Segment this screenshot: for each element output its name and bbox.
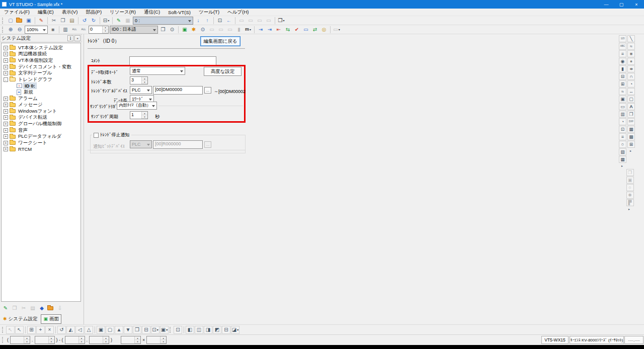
tree-item-device-comment-variable[interactable]: +デバイスコメント・変数 xyxy=(2,64,80,70)
edit-trend-button[interactable]: ✎ xyxy=(2,304,10,312)
menu-communication[interactable]: 通信(C) xyxy=(140,9,164,16)
spin-buttons[interactable]: ▲▼ xyxy=(102,26,108,33)
spin-buttons[interactable]: ▲▼ xyxy=(78,336,85,343)
sample-device-type-combo[interactable]: PLC xyxy=(130,86,152,94)
screen-select-combo[interactable]: 0 : xyxy=(133,17,193,25)
dimension-button[interactable]: ↔ xyxy=(627,88,635,95)
polygon-button[interactable]: ● xyxy=(627,58,635,65)
expander-icon[interactable]: + xyxy=(4,46,8,50)
tree-item-device-transfer[interactable]: +デバイス転送 xyxy=(2,115,80,121)
tree-item-trend-graph[interactable]: -トレンドグラフ xyxy=(2,76,80,83)
advanced-settings-button[interactable]: 高度な設定 xyxy=(204,67,242,76)
tab-screen[interactable]: ▣画面 xyxy=(41,314,61,324)
select-object-button[interactable]: ⊡ xyxy=(216,17,224,25)
open-item-button[interactable] xyxy=(47,304,55,312)
expander-icon[interactable]: + xyxy=(4,128,8,133)
expander-icon[interactable]: + xyxy=(4,58,8,63)
align-center-button[interactable]: ◫ xyxy=(195,326,203,334)
anchor-button[interactable]: + xyxy=(36,326,45,334)
backlight-button[interactable]: ○ xyxy=(626,184,634,191)
x2-spinner[interactable]: ▲▼ xyxy=(65,336,85,344)
transfer-to-vt-button[interactable]: ⇥ xyxy=(257,26,265,34)
back-jump-button[interactable]: ← xyxy=(225,17,233,25)
transfer-all-button[interactable]: ⇥ xyxy=(266,26,274,34)
spin-buttons[interactable]: ▲▼ xyxy=(103,336,109,343)
memory-button[interactable]: m xyxy=(244,26,252,34)
grid-display-button[interactable]: ⊞ xyxy=(27,326,36,334)
text-display-button[interactable]: ABC xyxy=(619,43,626,50)
sampling-period-spinner[interactable]: 1 ▲▼ xyxy=(130,111,148,119)
meter-button[interactable]: ◔ xyxy=(619,118,626,125)
snap-all-h-button[interactable]: ALL xyxy=(70,26,78,34)
editor-screen-button[interactable]: ▣ xyxy=(181,26,189,34)
spin-buttons[interactable]: ▲▼ xyxy=(141,112,147,119)
menu-tool[interactable]: ツール(T) xyxy=(195,9,223,16)
sync-button[interactable]: ⇄ xyxy=(311,26,319,34)
bargraph-button[interactable]: ▥ xyxy=(619,111,626,118)
tree-item-peripheral-connection[interactable]: +周辺機器接続 xyxy=(2,51,80,58)
minimize-button[interactable]: — xyxy=(599,0,614,9)
stop-notify-checkbox[interactable] xyxy=(94,133,99,138)
save-project-button[interactable]: ▣ xyxy=(25,17,33,25)
paste-item-button[interactable]: ▤ xyxy=(29,304,37,312)
expander-icon[interactable]: + xyxy=(4,134,8,139)
expander-icon[interactable]: + xyxy=(4,147,8,151)
send-to-back-button[interactable]: ▢ xyxy=(106,326,114,334)
zoom-out-button[interactable]: ⊖ xyxy=(16,26,24,34)
tree-item-string-table[interactable]: +文字列テーブル xyxy=(2,70,80,76)
layer-button[interactable]: ❐ xyxy=(277,17,285,25)
corner-button[interactable]: ▛ xyxy=(626,199,634,206)
align-left-button[interactable]: ◧ xyxy=(186,326,194,334)
comment-display-button[interactable]: ≡ xyxy=(619,50,626,57)
system-settings-button[interactable]: ✱ xyxy=(190,26,198,34)
grid-size-spinner[interactable]: 0▲▼ xyxy=(89,26,109,34)
new-file-button[interactable]: ▢ xyxy=(7,17,15,25)
arc-button[interactable]: ∩ xyxy=(627,73,635,80)
grid-button[interactable]: ▩ xyxy=(627,133,635,140)
menu-soft-vt[interactable]: Soft-VT(S) xyxy=(164,9,195,16)
expander-icon[interactable]: + xyxy=(4,65,8,69)
screen-ok-button[interactable]: ▭ xyxy=(217,26,225,34)
snap-all-v-button[interactable]: ALL xyxy=(79,26,88,34)
rotate-90-button[interactable]: △ xyxy=(85,326,93,334)
screen-hk-button[interactable]: ▭ xyxy=(208,26,216,34)
send-backward-button[interactable]: ▼ xyxy=(124,326,132,334)
screen-find-button[interactable]: ⊙ xyxy=(168,26,176,34)
screen-edit-button[interactable]: ✎ xyxy=(115,17,123,25)
notify-device-type-combo[interactable]: PLC xyxy=(130,140,152,148)
stamp-button[interactable]: ❐ xyxy=(627,111,635,118)
sample-device-input[interactable]: [00]DM00000 xyxy=(153,86,203,95)
spin-buttons[interactable]: ▲▼ xyxy=(160,336,166,343)
tree-item-vt-individual-settings[interactable]: +VT本体個別設定 xyxy=(2,57,80,64)
tree-item-global-function-control[interactable]: +グローバル機能制御 xyxy=(2,121,80,127)
notify-browse-button[interactable]: ... xyxy=(204,141,211,148)
tree-item-plc-data-folder[interactable]: +PLCデータフォルダ xyxy=(2,133,80,140)
layer-option-button[interactable]: ❐ xyxy=(626,169,634,176)
text-button[interactable]: A xyxy=(627,103,635,110)
open-project-button[interactable] xyxy=(16,17,24,25)
undo-button[interactable]: ↺ xyxy=(80,17,89,25)
slider-button[interactable]: ≡ xyxy=(619,133,626,140)
bring-to-front-button[interactable]: ▣ xyxy=(97,326,105,334)
data-mode-combo[interactable]: 通常 xyxy=(130,67,185,75)
tile-view-button[interactable]: ▥ xyxy=(61,26,69,34)
copy-button[interactable]: ❐ xyxy=(59,17,67,25)
device-browse-button[interactable]: ... xyxy=(204,87,211,94)
back-to-editor-button[interactable]: 編集画面に戻る xyxy=(200,36,240,46)
tree-item-alarm[interactable]: +アラーム xyxy=(2,96,80,102)
menu-resource[interactable]: リソース(R) xyxy=(106,9,140,16)
simulator-button[interactable]: ✔ xyxy=(293,26,301,34)
expander-icon[interactable]: + xyxy=(4,103,8,107)
print-button[interactable]: ⊟ xyxy=(102,17,110,25)
rotate-left-button[interactable]: ↺ xyxy=(57,326,66,334)
lamp-display-button[interactable]: ◉ xyxy=(619,58,626,65)
menu-edit[interactable]: 編集(E) xyxy=(34,9,58,16)
draw-overflow-button[interactable]: ▸ xyxy=(627,148,634,153)
pin-icon[interactable]: ↧ xyxy=(67,35,73,41)
tab-system-settings[interactable]: ✱システム設定 xyxy=(1,315,39,323)
tree-item-message[interactable]: +メッセージ xyxy=(2,102,80,108)
comment-input[interactable] xyxy=(129,56,216,65)
copy-item-button[interactable]: ❐ xyxy=(11,304,19,312)
paste-button[interactable]: ▤ xyxy=(68,17,76,25)
table-button[interactable]: ▦ xyxy=(627,126,635,133)
